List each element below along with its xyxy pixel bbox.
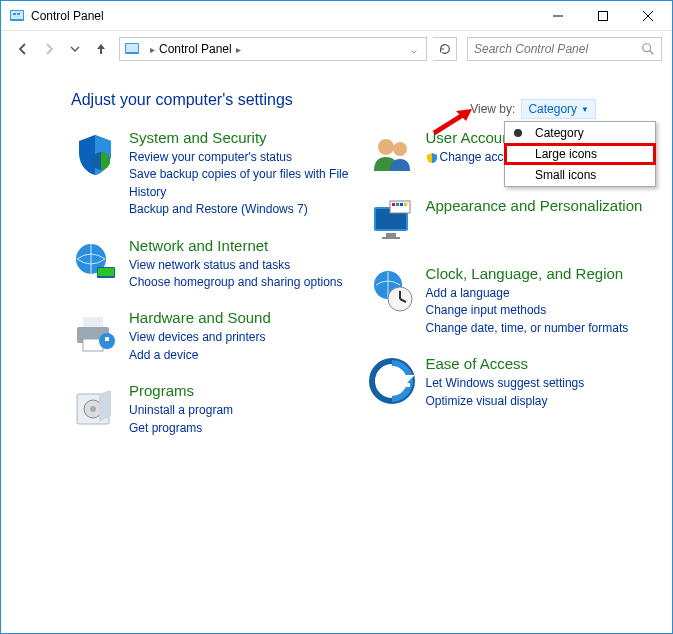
clock-globe-icon[interactable]: [368, 267, 416, 315]
category-title[interactable]: Network and Internet: [129, 237, 342, 255]
link-input-methods[interactable]: Change input methods: [426, 302, 629, 319]
dropdown-item-small-icons[interactable]: Small icons: [505, 164, 655, 186]
svg-point-25: [378, 139, 394, 155]
dropdown-item-large-icons[interactable]: Large icons: [504, 143, 656, 165]
category-ease-of-access: Ease of Access Let Windows suggest setti…: [368, 355, 647, 410]
svg-point-24: [90, 406, 96, 412]
window-title: Control Panel: [31, 9, 535, 23]
control-panel-icon: [124, 41, 140, 57]
category-system-security: System and Security Review your computer…: [71, 129, 350, 219]
svg-rect-15: [98, 268, 114, 276]
close-button[interactable]: [625, 1, 670, 31]
svg-point-10: [643, 44, 651, 52]
link-devices[interactable]: View devices and printers: [129, 329, 271, 346]
link-visual[interactable]: Optimize visual display: [426, 393, 585, 410]
users-icon[interactable]: [368, 131, 416, 179]
link-backup[interactable]: Backup and Restore (Windows 7): [129, 201, 350, 218]
category-hardware: Hardware and Sound View devices and prin…: [71, 309, 350, 364]
ease-of-access-icon[interactable]: [368, 357, 416, 405]
control-panel-icon: [9, 8, 25, 24]
link-file-history[interactable]: Save backup copies of your files with Fi…: [129, 166, 350, 201]
svg-rect-5: [598, 11, 607, 20]
svg-line-11: [650, 51, 654, 55]
navbar: ▸ Control Panel ▸ ⌵: [1, 31, 672, 67]
address-dropdown[interactable]: ⌵: [406, 44, 422, 55]
category-title[interactable]: Hardware and Sound: [129, 309, 271, 327]
svg-rect-9: [126, 44, 138, 52]
back-button[interactable]: [11, 37, 35, 61]
software-box-icon[interactable]: [71, 384, 119, 432]
uac-shield-icon: [426, 152, 438, 164]
minimize-button[interactable]: [535, 1, 580, 31]
link-suggest[interactable]: Let Windows suggest settings: [426, 375, 585, 392]
printer-icon[interactable]: [71, 311, 119, 359]
up-button[interactable]: [89, 37, 113, 61]
globe-network-icon[interactable]: [71, 239, 119, 287]
chevron-right-icon[interactable]: ▸: [150, 44, 155, 55]
svg-rect-32: [392, 203, 395, 206]
view-by-value: Category: [528, 102, 577, 116]
link-homegroup[interactable]: Choose homegroup and sharing options: [129, 274, 342, 291]
link-status[interactable]: Review your computer's status: [129, 149, 350, 166]
category-clock-region: Clock, Language, and Region Add a langua…: [368, 265, 647, 337]
view-by-select[interactable]: Category ▼: [521, 99, 596, 119]
link-uninstall[interactable]: Uninstall a program: [129, 402, 233, 419]
category-title[interactable]: Ease of Access: [426, 355, 585, 373]
view-by-label: View by:: [470, 102, 515, 116]
category-title[interactable]: Clock, Language, and Region: [426, 265, 629, 283]
svg-rect-17: [83, 317, 103, 327]
dropdown-item-category[interactable]: Category: [505, 122, 655, 144]
view-by-dropdown: Category Large icons Small icons: [504, 121, 656, 187]
svg-rect-2: [13, 13, 16, 15]
svg-rect-35: [404, 203, 407, 206]
address-bar[interactable]: ▸ Control Panel ▸ ⌵: [119, 37, 427, 61]
category-programs: Programs Uninstall a program Get program…: [71, 382, 350, 437]
category-title[interactable]: System and Security: [129, 129, 350, 147]
search-input[interactable]: [474, 42, 641, 56]
svg-rect-31: [390, 201, 410, 213]
titlebar: Control Panel: [1, 1, 672, 31]
category-title[interactable]: Programs: [129, 382, 233, 400]
chevron-right-icon[interactable]: ▸: [236, 44, 241, 55]
monitor-icon[interactable]: [368, 199, 416, 247]
svg-rect-34: [400, 203, 403, 206]
recent-dropdown[interactable]: [63, 37, 87, 61]
svg-point-26: [393, 142, 407, 156]
link-add-language[interactable]: Add a language: [426, 285, 629, 302]
search-icon[interactable]: [641, 42, 655, 56]
link-status[interactable]: View network status and tasks: [129, 257, 342, 274]
category-title[interactable]: Appearance and Personalization: [426, 197, 643, 215]
shield-icon[interactable]: [71, 131, 119, 179]
svg-rect-20: [105, 337, 109, 341]
svg-rect-30: [382, 237, 400, 239]
svg-rect-3: [17, 13, 20, 15]
chevron-down-icon: ▼: [581, 105, 589, 114]
svg-rect-33: [396, 203, 399, 206]
category-appearance: Appearance and Personalization: [368, 197, 647, 247]
link-get-programs[interactable]: Get programs: [129, 420, 233, 437]
breadcrumb-root[interactable]: Control Panel: [159, 42, 232, 56]
category-network: Network and Internet View network status…: [71, 237, 350, 292]
refresh-button[interactable]: [433, 37, 457, 61]
view-by: View by: Category ▼: [470, 99, 596, 119]
link-date-formats[interactable]: Change date, time, or number formats: [426, 320, 629, 337]
content-area: Adjust your computer's settings View by:…: [1, 67, 672, 455]
link-add-device[interactable]: Add a device: [129, 347, 271, 364]
maximize-button[interactable]: [580, 1, 625, 31]
annotation-arrow: [432, 107, 472, 135]
svg-rect-29: [386, 233, 396, 237]
forward-button[interactable]: [37, 37, 61, 61]
search-box[interactable]: [467, 37, 662, 61]
